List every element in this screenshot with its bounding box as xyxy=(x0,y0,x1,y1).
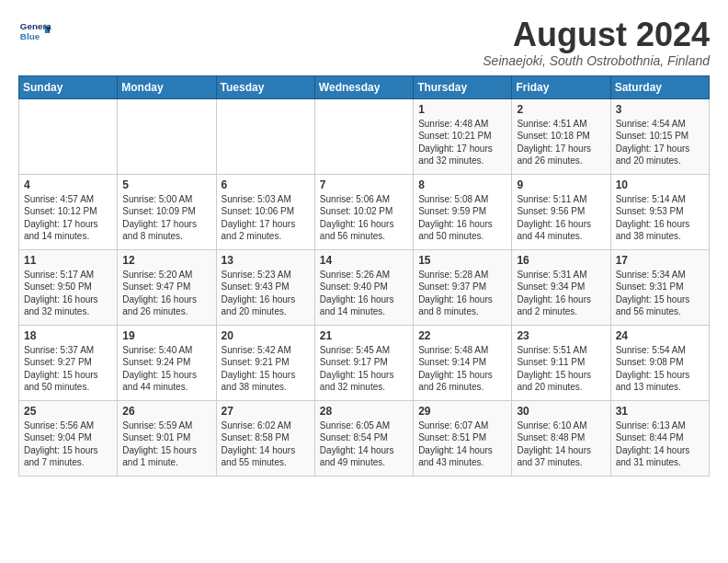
cell-info: Sunrise: 6:02 AMSunset: 8:58 PMDaylight:… xyxy=(222,419,310,469)
cell-w5-d3: 28Sunrise: 6:05 AMSunset: 8:54 PMDayligh… xyxy=(314,400,413,476)
day-number: 12 xyxy=(122,254,210,267)
cell-w4-d1: 19Sunrise: 5:40 AMSunset: 9:24 PMDayligh… xyxy=(118,325,216,400)
day-number: 1 xyxy=(418,103,506,116)
cell-info: Sunrise: 5:37 AMSunset: 9:27 PMDaylight:… xyxy=(24,344,112,394)
cell-info: Sunrise: 6:07 AMSunset: 8:51 PMDaylight:… xyxy=(418,419,506,469)
cell-w3-d5: 16Sunrise: 5:31 AMSunset: 9:34 PMDayligh… xyxy=(512,249,610,325)
col-sunday: Sunday xyxy=(19,75,118,98)
day-number: 27 xyxy=(222,405,310,418)
cell-info: Sunrise: 5:14 AMSunset: 9:53 PMDaylight:… xyxy=(616,193,704,243)
cell-w4-d5: 23Sunrise: 5:51 AMSunset: 9:11 PMDayligh… xyxy=(512,325,610,400)
day-number: 21 xyxy=(320,329,408,342)
cell-w2-d5: 9Sunrise: 5:11 AMSunset: 9:56 PMDaylight… xyxy=(512,174,610,249)
cell-info: Sunrise: 5:34 AMSunset: 9:31 PMDaylight:… xyxy=(616,269,704,318)
cell-info: Sunrise: 5:56 AMSunset: 9:04 PMDaylight:… xyxy=(24,419,112,469)
cell-info: Sunrise: 5:42 AMSunset: 9:21 PMDaylight:… xyxy=(222,344,310,394)
day-number: 14 xyxy=(320,254,408,267)
day-number: 31 xyxy=(616,405,704,418)
svg-text:Blue: Blue xyxy=(20,31,40,41)
cell-info: Sunrise: 5:40 AMSunset: 9:24 PMDaylight:… xyxy=(122,344,210,394)
cell-info: Sunrise: 5:59 AMSunset: 9:01 PMDaylight:… xyxy=(122,419,210,469)
week-row-3: 11Sunrise: 5:17 AMSunset: 9:50 PMDayligh… xyxy=(19,249,710,325)
cell-w5-d5: 30Sunrise: 6:10 AMSunset: 8:48 PMDayligh… xyxy=(512,400,610,476)
day-number: 2 xyxy=(517,103,605,116)
cell-info: Sunrise: 5:54 AMSunset: 9:08 PMDaylight:… xyxy=(616,344,704,394)
day-number: 9 xyxy=(517,178,605,191)
cell-info: Sunrise: 5:26 AMSunset: 9:40 PMDaylight:… xyxy=(320,269,408,318)
cell-info: Sunrise: 5:23 AMSunset: 9:43 PMDaylight:… xyxy=(222,269,310,318)
cell-info: Sunrise: 6:13 AMSunset: 8:44 PMDaylight:… xyxy=(616,419,704,469)
day-number: 25 xyxy=(24,405,112,418)
cell-w2-d0: 4Sunrise: 4:57 AMSunset: 10:12 PMDayligh… xyxy=(19,174,118,249)
cell-info: Sunrise: 5:08 AMSunset: 9:59 PMDaylight:… xyxy=(418,193,506,243)
cell-info: Sunrise: 5:48 AMSunset: 9:14 PMDaylight:… xyxy=(418,344,506,394)
cell-w4-d2: 20Sunrise: 5:42 AMSunset: 9:21 PMDayligh… xyxy=(216,325,314,400)
day-number: 5 xyxy=(122,178,210,191)
day-number: 18 xyxy=(24,329,112,342)
day-number: 17 xyxy=(616,254,704,267)
day-number: 10 xyxy=(616,178,704,191)
month-year-title: August 2024 xyxy=(483,17,710,53)
page: General Blue August 2024 Seinaejoki, Sou… xyxy=(0,0,728,486)
day-number: 24 xyxy=(616,329,704,342)
cell-w1-d6: 3Sunrise: 4:54 AMSunset: 10:15 PMDayligh… xyxy=(610,98,709,174)
day-number: 15 xyxy=(418,254,506,267)
cell-w1-d4: 1Sunrise: 4:48 AMSunset: 10:21 PMDayligh… xyxy=(414,98,512,174)
cell-w2-d1: 5Sunrise: 5:00 AMSunset: 10:09 PMDayligh… xyxy=(118,174,216,249)
cell-w3-d1: 12Sunrise: 5:20 AMSunset: 9:47 PMDayligh… xyxy=(118,249,216,325)
cell-w4-d0: 18Sunrise: 5:37 AMSunset: 9:27 PMDayligh… xyxy=(19,325,118,400)
day-number: 8 xyxy=(418,178,506,191)
cell-w3-d2: 13Sunrise: 5:23 AMSunset: 9:43 PMDayligh… xyxy=(216,249,314,325)
cell-info: Sunrise: 5:17 AMSunset: 9:50 PMDaylight:… xyxy=(24,269,112,318)
week-row-2: 4Sunrise: 4:57 AMSunset: 10:12 PMDayligh… xyxy=(19,174,710,249)
header-row: Sunday Monday Tuesday Wednesday Thursday… xyxy=(19,75,710,98)
cell-info: Sunrise: 5:06 AMSunset: 10:02 PMDaylight… xyxy=(320,193,408,243)
day-number: 20 xyxy=(222,329,310,342)
cell-w1-d1 xyxy=(118,98,216,174)
cell-info: Sunrise: 4:48 AMSunset: 10:21 PMDaylight… xyxy=(418,118,506,167)
cell-w1-d3 xyxy=(314,98,413,174)
cell-w4-d6: 24Sunrise: 5:54 AMSunset: 9:08 PMDayligh… xyxy=(610,325,709,400)
cell-w2-d2: 6Sunrise: 5:03 AMSunset: 10:06 PMDayligh… xyxy=(216,174,314,249)
day-number: 28 xyxy=(320,405,408,418)
cell-info: Sunrise: 4:54 AMSunset: 10:15 PMDaylight… xyxy=(616,118,704,167)
week-row-4: 18Sunrise: 5:37 AMSunset: 9:27 PMDayligh… xyxy=(19,325,710,400)
col-tuesday: Tuesday xyxy=(216,75,314,98)
week-row-1: 1Sunrise: 4:48 AMSunset: 10:21 PMDayligh… xyxy=(19,98,710,174)
day-number: 29 xyxy=(418,405,506,418)
day-number: 22 xyxy=(418,329,506,342)
col-friday: Friday xyxy=(512,75,610,98)
header: General Blue August 2024 Seinaejoki, Sou… xyxy=(18,17,710,68)
cell-w5-d1: 26Sunrise: 5:59 AMSunset: 9:01 PMDayligh… xyxy=(118,400,216,476)
col-saturday: Saturday xyxy=(610,75,709,98)
cell-w5-d4: 29Sunrise: 6:07 AMSunset: 8:51 PMDayligh… xyxy=(414,400,512,476)
cell-info: Sunrise: 5:31 AMSunset: 9:34 PMDaylight:… xyxy=(517,269,605,318)
day-number: 6 xyxy=(222,178,310,191)
day-number: 13 xyxy=(222,254,310,267)
col-thursday: Thursday xyxy=(414,75,512,98)
cell-w1-d2 xyxy=(216,98,314,174)
calendar-table: Sunday Monday Tuesday Wednesday Thursday… xyxy=(18,75,710,477)
col-monday: Monday xyxy=(118,75,216,98)
cell-w3-d0: 11Sunrise: 5:17 AMSunset: 9:50 PMDayligh… xyxy=(19,249,118,325)
cell-w5-d0: 25Sunrise: 5:56 AMSunset: 9:04 PMDayligh… xyxy=(19,400,118,476)
day-number: 19 xyxy=(122,329,210,342)
day-number: 30 xyxy=(517,405,605,418)
logo-icon: General Blue xyxy=(18,17,51,50)
day-number: 23 xyxy=(517,329,605,342)
cell-w3-d4: 15Sunrise: 5:28 AMSunset: 9:37 PMDayligh… xyxy=(414,249,512,325)
cell-w4-d3: 21Sunrise: 5:45 AMSunset: 9:17 PMDayligh… xyxy=(314,325,413,400)
day-number: 3 xyxy=(616,103,704,116)
cell-w2-d3: 7Sunrise: 5:06 AMSunset: 10:02 PMDayligh… xyxy=(314,174,413,249)
cell-info: Sunrise: 4:51 AMSunset: 10:18 PMDaylight… xyxy=(517,118,605,167)
cell-info: Sunrise: 5:11 AMSunset: 9:56 PMDaylight:… xyxy=(517,193,605,243)
cell-info: Sunrise: 5:28 AMSunset: 9:37 PMDaylight:… xyxy=(418,269,506,318)
day-number: 16 xyxy=(517,254,605,267)
cell-info: Sunrise: 6:10 AMSunset: 8:48 PMDaylight:… xyxy=(517,419,605,469)
cell-info: Sunrise: 5:00 AMSunset: 10:09 PMDaylight… xyxy=(122,193,210,243)
cell-info: Sunrise: 6:05 AMSunset: 8:54 PMDaylight:… xyxy=(320,419,408,469)
cell-info: Sunrise: 5:03 AMSunset: 10:06 PMDaylight… xyxy=(222,193,310,243)
cell-w3-d6: 17Sunrise: 5:34 AMSunset: 9:31 PMDayligh… xyxy=(610,249,709,325)
cell-info: Sunrise: 5:45 AMSunset: 9:17 PMDaylight:… xyxy=(320,344,408,394)
cell-w3-d3: 14Sunrise: 5:26 AMSunset: 9:40 PMDayligh… xyxy=(314,249,413,325)
